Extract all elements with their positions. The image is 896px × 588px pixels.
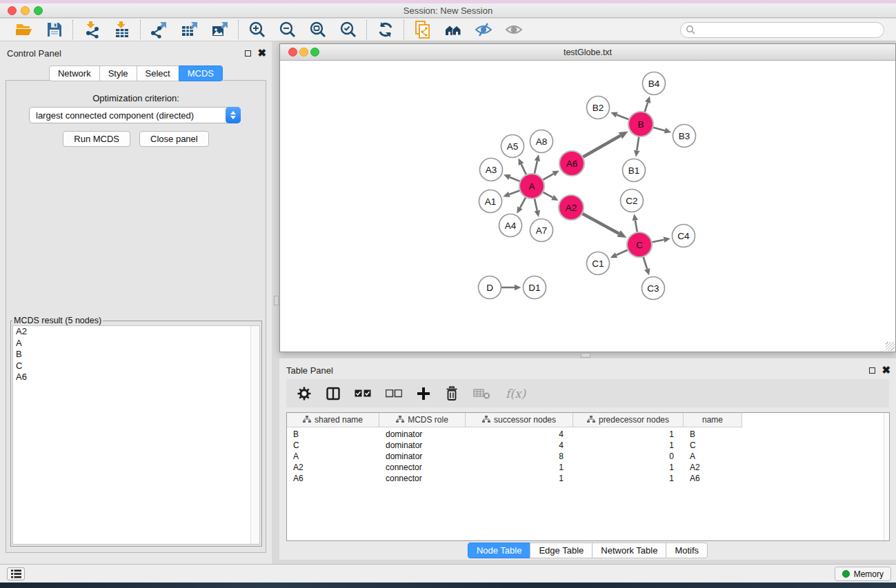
search-input[interactable]	[680, 22, 884, 38]
tab-select[interactable]: Select	[137, 65, 179, 81]
table-cell[interactable]: A2	[684, 463, 742, 472]
table-cell[interactable]: 1	[573, 463, 684, 472]
table-cell[interactable]: 0	[573, 452, 684, 461]
table-cell[interactable]: 4	[466, 429, 573, 439]
table-row-2[interactable]: Adominator80A	[287, 451, 889, 462]
table-cell[interactable]: 8	[466, 452, 573, 461]
new-network-from-selection-icon[interactable]	[413, 21, 432, 39]
table-cell[interactable]: C	[287, 440, 379, 450]
table-cell[interactable]: 1	[573, 429, 684, 439]
table-row-0[interactable]: Bdominator41B	[287, 429, 889, 440]
table-cell[interactable]: dominator	[379, 452, 466, 461]
table-scrollbar[interactable]	[884, 413, 889, 540]
table-cell[interactable]: A	[287, 452, 379, 461]
result-item-a2[interactable]: A2	[13, 326, 259, 338]
export-group	[141, 21, 238, 39]
task-history-button[interactable]	[7, 567, 25, 580]
delete-table-icon[interactable]	[473, 387, 491, 400]
import-network-icon[interactable]	[82, 21, 101, 39]
tab-mcds[interactable]: MCDS	[179, 65, 223, 81]
tab-network[interactable]: Network	[49, 65, 100, 81]
table-cell[interactable]: connector	[379, 463, 466, 472]
zoom-out-icon[interactable]	[278, 21, 297, 39]
open-session-icon[interactable]	[14, 21, 33, 39]
tab-style[interactable]: Style	[99, 65, 137, 81]
export-image-icon[interactable]	[210, 21, 229, 39]
graph-edge-arrow	[645, 97, 650, 103]
hide-selected-icon[interactable]	[474, 21, 492, 39]
table-cell[interactable]: dominator	[379, 429, 466, 439]
function-builder-icon[interactable]: f(x)	[506, 387, 526, 401]
graph-node-label-B3: B3	[679, 131, 690, 141]
table-cell[interactable]: B	[684, 429, 742, 439]
criterion-select[interactable]: largest connected component (directed)	[29, 107, 241, 123]
table-cell[interactable]: 4	[466, 440, 573, 450]
close-table-panel-icon[interactable]: ✖	[882, 367, 890, 374]
table-cell[interactable]: 1	[573, 440, 684, 450]
memory-button[interactable]: Memory	[835, 567, 891, 581]
list-icon	[11, 569, 21, 578]
export-table-icon[interactable]	[180, 21, 199, 39]
first-neighbors-icon[interactable]	[444, 21, 462, 39]
table-tab-edge-table[interactable]: Edge Table	[530, 543, 593, 558]
float-panel-icon[interactable]	[245, 50, 251, 57]
table-row-4[interactable]: A6connector11A6	[287, 473, 889, 484]
network-window-titlebar[interactable]: testGlobe.txt	[280, 44, 895, 61]
import-table-icon[interactable]	[112, 21, 131, 39]
horizontal-splitter-handle[interactable]	[274, 296, 279, 305]
result-item-b[interactable]: B	[13, 349, 259, 361]
select-all-columns-icon[interactable]	[355, 389, 371, 398]
network-graph[interactable]: AA1A2A3A4A5A6A7A8BB1B2B3B4CC1C2C3C4DD1	[280, 61, 895, 352]
column-header-label: shared name	[315, 415, 363, 425]
result-scrollbar[interactable]	[250, 326, 259, 544]
save-session-icon[interactable]	[45, 21, 63, 39]
table-tab-motifs[interactable]: Motifs	[666, 543, 708, 558]
show-columns-icon[interactable]	[326, 387, 340, 401]
unselect-all-columns-icon[interactable]	[386, 389, 402, 398]
table-cell[interactable]: C	[684, 440, 742, 450]
run-mcds-button[interactable]: Run MCDS	[63, 131, 130, 147]
zoom-selected-icon[interactable]	[339, 21, 357, 39]
delete-columns-icon[interactable]	[445, 386, 459, 401]
table-tab-node-table[interactable]: Node Table	[468, 543, 531, 558]
zoom-fit-icon[interactable]	[308, 21, 327, 39]
export-network-icon[interactable]	[150, 21, 168, 39]
zoom-group	[239, 21, 366, 39]
show-all-icon[interactable]	[504, 21, 523, 39]
result-item-c[interactable]: C	[13, 361, 259, 372]
table-row-1[interactable]: Cdominator41C	[287, 440, 889, 451]
criterion-selected-value: largest connected component (directed)	[36, 110, 194, 121]
table-cell[interactable]: connector	[379, 474, 466, 483]
refresh-icon[interactable]	[376, 21, 395, 39]
close-panel-icon[interactable]: ✖	[257, 50, 266, 57]
table-tab-network-table[interactable]: Network Table	[592, 543, 666, 558]
column-header-shared-name[interactable]: shared name	[287, 413, 379, 427]
create-column-icon[interactable]	[417, 387, 430, 401]
graph-node-label-C: C	[636, 240, 643, 250]
result-item-a6[interactable]: A6	[13, 372, 259, 383]
resize-grip-icon[interactable]	[886, 342, 895, 351]
column-header-name[interactable]: name	[684, 413, 742, 427]
vertical-splitter-handle[interactable]	[581, 353, 590, 358]
table-row-3[interactable]: A2connector11A2	[287, 462, 889, 473]
column-header-MCDS-role[interactable]: MCDS role	[379, 413, 466, 427]
table-options-icon[interactable]	[297, 386, 312, 401]
table-cell[interactable]: A6	[684, 474, 742, 483]
column-header-successor-nodes[interactable]: successor nodes	[466, 413, 573, 427]
table-cell[interactable]: 1	[466, 474, 573, 483]
graph-node-label-A: A	[528, 181, 535, 192]
zoom-in-icon[interactable]	[248, 21, 266, 39]
result-item-a[interactable]: A	[13, 338, 259, 349]
table-cell[interactable]: A2	[287, 463, 379, 472]
table-toolbar: f(x)	[286, 379, 889, 407]
float-table-panel-icon[interactable]	[869, 367, 875, 374]
table-cell[interactable]: 1	[466, 463, 573, 472]
table-cell[interactable]: A6	[287, 474, 379, 483]
graph-node-label-A1: A1	[485, 196, 497, 207]
table-cell[interactable]: dominator	[379, 440, 466, 450]
column-header-predecessor-nodes[interactable]: predecessor nodes	[573, 413, 684, 427]
table-cell[interactable]: A	[684, 452, 742, 461]
close-panel-button[interactable]: Close panel	[139, 131, 209, 147]
table-cell[interactable]: 1	[573, 474, 684, 483]
table-cell[interactable]: B	[287, 429, 379, 439]
